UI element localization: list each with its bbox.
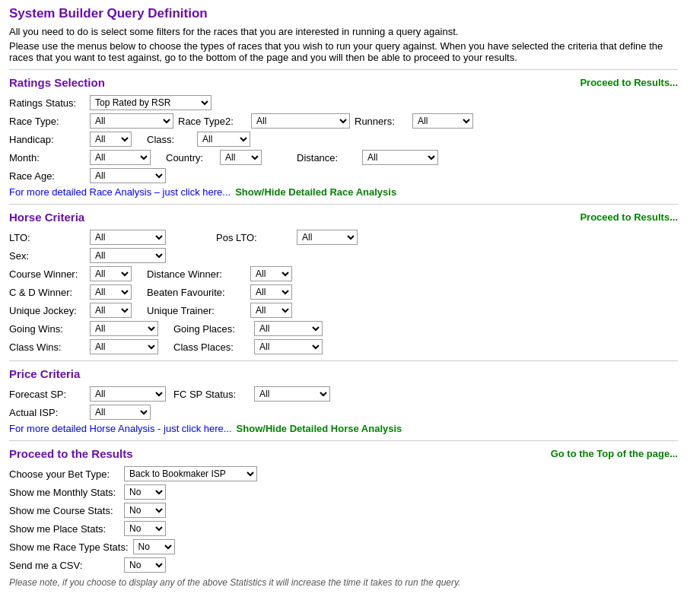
cd-winner-select[interactable]: All xyxy=(90,284,132,300)
actual-isp-select[interactable]: All xyxy=(90,405,151,420)
handicap-select[interactable]: All xyxy=(90,132,132,147)
bet-type-row: Choose your Bet Type: Back to Bookmaker … xyxy=(9,466,678,481)
sex-select[interactable]: All xyxy=(90,248,166,263)
forecast-sp-label: Forecast SP: xyxy=(9,389,85,400)
divider-2 xyxy=(9,204,678,205)
cd-winner-row: C & D Winner: All Beaten Favourite: All xyxy=(9,284,678,300)
lto-select[interactable]: All xyxy=(90,230,166,245)
actual-isp-row: Actual ISP: All xyxy=(9,405,678,420)
race-type2-select[interactable]: All xyxy=(251,113,350,129)
race-type-row: Race Type: All Race Type2: All Runners: … xyxy=(9,113,678,129)
handicap-label: Handicap: xyxy=(9,134,85,145)
divider-4 xyxy=(9,440,678,441)
country-select[interactable]: All xyxy=(220,150,262,165)
distance-select[interactable]: All xyxy=(362,150,438,165)
unique-trainer-select[interactable]: All xyxy=(250,303,292,318)
fcsp-status-label: FC SP Status: xyxy=(173,389,250,400)
poslto-select[interactable]: All xyxy=(297,230,358,245)
runners-label: Runners: xyxy=(355,116,408,127)
place-stats-select[interactable]: No Yes xyxy=(124,521,166,536)
raceage-label: Race Age: xyxy=(9,170,85,182)
divider-1 xyxy=(9,69,678,70)
race-type-stats-row: Show me Race Type Stats: No Yes xyxy=(9,539,678,554)
monthly-stats-label: Show me Monthly Stats: xyxy=(9,487,119,498)
place-stats-row: Show me Place Stats: No Yes xyxy=(9,521,678,536)
class-select[interactable]: All xyxy=(197,132,250,147)
ratings-status-label: Ratings Status: xyxy=(9,97,85,109)
forecast-sp-select[interactable]: All xyxy=(90,386,166,402)
course-stats-row: Show me Course Stats: No Yes xyxy=(9,503,678,518)
intro-text-2: Please use the menus below to choose the… xyxy=(9,40,678,63)
sex-row: Sex: All xyxy=(9,248,678,263)
going-wins-label: Going Wins: xyxy=(9,323,85,335)
class-wins-row: Class Wins: All Class Places: All xyxy=(9,339,678,354)
class-places-select[interactable]: All xyxy=(254,339,323,354)
going-wins-select[interactable]: All xyxy=(90,321,158,336)
month-row: Month: All Country: All Distance: All xyxy=(9,150,678,165)
going-places-select[interactable]: All xyxy=(254,321,323,336)
beaten-fav-select[interactable]: All xyxy=(250,284,292,300)
race-analysis-text: For more detailed Race Analysis – just c… xyxy=(9,186,231,198)
course-stats-select[interactable]: No Yes xyxy=(124,503,166,518)
horse-analysis-row: For more detailed Horse Analysis - just … xyxy=(9,423,678,434)
runners-select[interactable]: All xyxy=(412,113,473,129)
race-type-stats-select[interactable]: No Yes xyxy=(133,539,175,554)
race-analysis-row: For more detailed Race Analysis – just c… xyxy=(9,186,678,198)
raceage-select[interactable]: All xyxy=(90,168,166,183)
race-type-select[interactable]: All xyxy=(90,113,173,129)
monthly-stats-select[interactable]: No Yes xyxy=(124,484,166,500)
results-note: Please note, if you choose to display an… xyxy=(9,577,678,588)
results-section-title: Proceed to the Results xyxy=(9,447,133,460)
unique-jockey-label: Unique Jockey: xyxy=(9,305,85,316)
ratings-proceed-link[interactable]: Proceed to Results... xyxy=(580,77,678,88)
csv-select[interactable]: No Yes xyxy=(124,557,166,573)
fcsp-status-select[interactable]: All xyxy=(254,386,330,402)
price-section-title: Price Criteria xyxy=(9,367,80,380)
show-hide-horse-link[interactable]: Show/Hide Detailed Horse Analysis xyxy=(237,423,402,434)
month-select[interactable]: All xyxy=(90,150,151,165)
horse-analysis-text: For more detailed Horse Analysis - just … xyxy=(9,423,232,434)
month-label: Month: xyxy=(9,152,85,164)
unique-jockey-row: Unique Jockey: All Unique Trainer: All xyxy=(9,303,678,318)
lto-row: LTO: All Pos LTO: All xyxy=(9,230,678,245)
class-places-label: Class Places: xyxy=(173,341,250,353)
goto-top-link[interactable]: Go to the Top of the page... xyxy=(551,448,678,459)
forecast-sp-row: Forecast SP: All FC SP Status: All xyxy=(9,386,678,402)
ratings-status-row: Ratings Status: Top Rated by RSR All Rat… xyxy=(9,95,678,110)
divider-3 xyxy=(9,360,678,361)
price-section-header: Price Criteria xyxy=(9,367,678,380)
bet-type-select[interactable]: Back to Bookmaker ISP Back to SP Lay xyxy=(124,466,257,481)
csv-label: Send me a CSV: xyxy=(9,560,119,571)
race-type-label: Race Type: xyxy=(9,116,85,127)
place-stats-label: Show me Place Stats: xyxy=(9,523,119,535)
beaten-fav-label: Beaten Favourite: xyxy=(147,287,246,298)
distance-winner-label: Distance Winner: xyxy=(147,268,246,280)
distance-winner-select[interactable]: All xyxy=(250,266,292,281)
results-section-header: Proceed to the Results Go to the Top of … xyxy=(9,447,678,460)
course-winner-row: Course Winner: All Distance Winner: All xyxy=(9,266,678,281)
going-places-label: Going Places: xyxy=(173,323,250,335)
sex-label: Sex: xyxy=(9,250,85,262)
cd-winner-label: C & D Winner: xyxy=(9,287,85,298)
show-hide-race-link[interactable]: Show/Hide Detailed Race Analysis xyxy=(235,186,396,198)
race-type2-label: Race Type2: xyxy=(178,116,246,127)
monthly-stats-row: Show me Monthly Stats: No Yes xyxy=(9,484,678,500)
race-type-stats-label: Show me Race Type Stats: xyxy=(9,541,129,553)
horse-section-title: Horse Criteria xyxy=(9,211,84,224)
unique-trainer-label: Unique Trainer: xyxy=(147,305,246,316)
ratings-section-title: Ratings Selection xyxy=(9,76,105,89)
class-wins-select[interactable]: All xyxy=(90,339,158,354)
class-label: Class: xyxy=(147,134,192,145)
poslto-label: Pos LTO: xyxy=(216,232,292,243)
course-stats-label: Show me Course Stats: xyxy=(9,505,119,516)
horse-proceed-link[interactable]: Proceed to Results... xyxy=(580,211,678,223)
going-wins-row: Going Wins: All Going Places: All xyxy=(9,321,678,336)
page-title: System Builder Query Definition xyxy=(9,6,678,21)
unique-jockey-select[interactable]: All xyxy=(90,303,132,318)
ratings-status-select[interactable]: Top Rated by RSR All Rated xyxy=(90,95,212,110)
course-winner-label: Course Winner: xyxy=(9,268,85,280)
course-winner-select[interactable]: All xyxy=(90,266,132,281)
csv-row: Send me a CSV: No Yes xyxy=(9,557,678,573)
distance-label: Distance: xyxy=(297,152,358,164)
handicap-row: Handicap: All Class: All xyxy=(9,132,678,147)
